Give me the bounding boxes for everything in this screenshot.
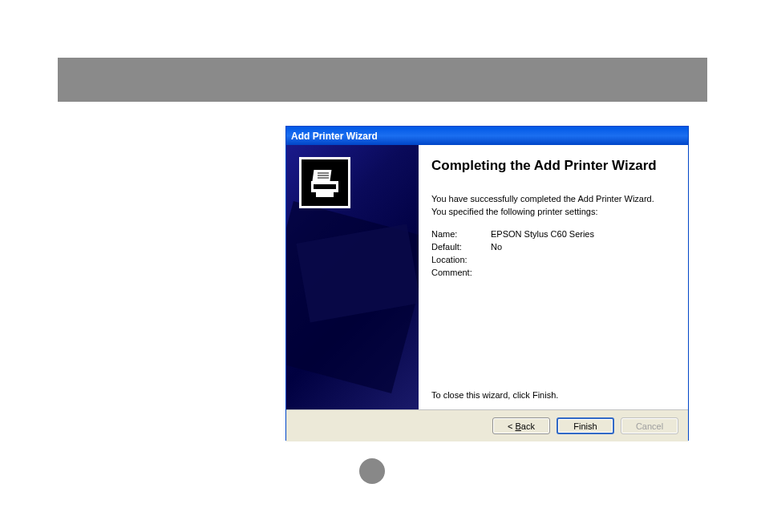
document-header-banner	[58, 58, 707, 102]
wizard-body: Completing the Add Printer Wizard You ha…	[286, 145, 688, 409]
printer-settings-summary: Name: EPSON Stylus C60 Series Default: N…	[431, 229, 672, 280]
comment-label: Comment:	[431, 268, 491, 277]
close-instruction: To close this wizard, click Finish.	[431, 390, 672, 400]
add-printer-wizard-window: Add Printer Wizard Completing the Add Pr…	[285, 126, 689, 441]
name-label: Name:	[431, 229, 491, 239]
wizard-sidebar-graphic	[286, 145, 419, 409]
window-title: Add Printer Wizard	[291, 131, 378, 142]
location-value	[491, 255, 672, 264]
location-label: Location:	[431, 255, 491, 264]
wizard-intro-text: You have successfully completed the Add …	[431, 193, 672, 218]
printer-icon	[299, 157, 350, 208]
page-indicator-dot	[359, 458, 385, 484]
cancel-button: Cancel	[621, 417, 678, 434]
wizard-heading: Completing the Add Printer Wizard	[431, 158, 672, 174]
wizard-content: Completing the Add Printer Wizard You ha…	[419, 145, 688, 409]
titlebar[interactable]: Add Printer Wizard	[286, 127, 688, 145]
name-value: EPSON Stylus C60 Series	[491, 229, 672, 239]
svg-rect-2	[314, 184, 336, 189]
back-button[interactable]: < Back	[492, 417, 550, 434]
default-label: Default:	[431, 242, 491, 252]
default-value: No	[491, 242, 672, 252]
comment-value	[491, 268, 672, 277]
svg-rect-3	[316, 192, 334, 197]
finish-button[interactable]: Finish	[557, 417, 614, 434]
button-bar: < Back Finish Cancel	[286, 409, 688, 441]
